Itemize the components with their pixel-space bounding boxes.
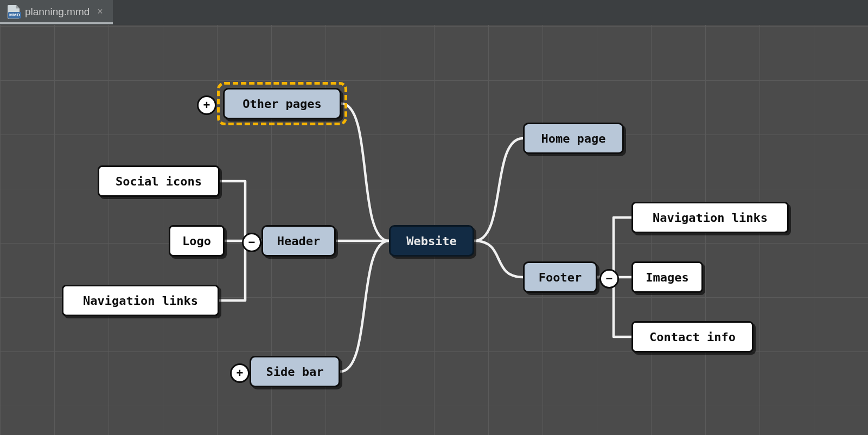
- node-label: Other pages: [242, 97, 322, 111]
- node-contact-info[interactable]: Contact info: [631, 321, 754, 353]
- node-logo[interactable]: Logo: [169, 225, 225, 257]
- node-label: Contact info: [649, 330, 736, 344]
- mindmap-canvas[interactable]: WebsiteOther pages+Header−Side bar+Home …: [0, 25, 868, 435]
- node-label: Header: [277, 234, 320, 248]
- collapse-icon[interactable]: −: [599, 269, 619, 289]
- node-header[interactable]: Header: [261, 225, 336, 257]
- expand-icon[interactable]: +: [197, 95, 216, 115]
- node-images[interactable]: Images: [631, 261, 703, 293]
- node-side-bar[interactable]: Side bar: [250, 356, 340, 387]
- mmd-file-icon: MMD: [8, 5, 20, 19]
- tab-filename: planning.mmd: [25, 6, 90, 18]
- node-label: Navigation links: [653, 211, 768, 225]
- tab-bar: MMD planning.mmd ×: [0, 0, 868, 25]
- collapse-icon[interactable]: −: [242, 233, 261, 252]
- node-footer[interactable]: Footer: [523, 261, 597, 293]
- node-social-icons[interactable]: Social icons: [98, 165, 220, 197]
- node-website[interactable]: Website: [389, 225, 474, 257]
- node-label: Footer: [539, 271, 582, 284]
- node-label: Logo: [182, 234, 211, 248]
- node-label: Home page: [541, 132, 605, 145]
- node-nav-links-l[interactable]: Navigation links: [62, 285, 219, 316]
- node-home-page[interactable]: Home page: [523, 123, 624, 154]
- node-nav-links-r[interactable]: Navigation links: [631, 202, 789, 233]
- node-label: Navigation links: [83, 294, 198, 308]
- tab-planning[interactable]: MMD planning.mmd ×: [0, 0, 113, 25]
- node-label: Social icons: [116, 175, 202, 188]
- node-label: Website: [406, 234, 457, 248]
- node-other-pages[interactable]: Other pages: [223, 88, 341, 119]
- node-label: Side bar: [266, 365, 324, 379]
- expand-icon[interactable]: +: [230, 363, 250, 383]
- close-icon[interactable]: ×: [95, 6, 105, 17]
- node-label: Images: [646, 271, 688, 284]
